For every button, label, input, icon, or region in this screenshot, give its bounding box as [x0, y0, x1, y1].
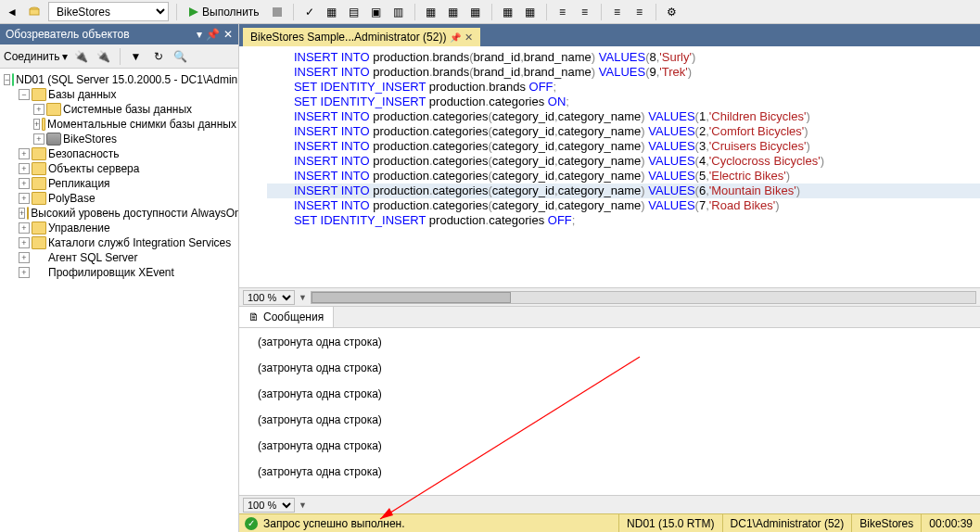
tree-server-objects[interactable]: +Объекты сервера — [2, 161, 236, 176]
status-user: DC1\Administrator (52) — [722, 514, 852, 532]
messages-tab[interactable]: 🗎 Сообщения — [239, 307, 334, 327]
dropdown-icon[interactable]: ▾ — [197, 28, 202, 41]
pin-icon[interactable]: 📌 — [450, 32, 461, 43]
outline-icon[interactable]: ▤ — [346, 4, 363, 20]
pin-icon[interactable]: 📌 — [206, 28, 220, 41]
tree-snapshots[interactable]: +Моментальные снимки базы данных — [2, 117, 236, 132]
main-toolbar: ◄ BikeStores Выполнить ✓ ▦ ▤ ▣ ▥ ▦ ▦ ▦ ▦… — [0, 0, 980, 24]
misc-icon[interactable]: ⚙ — [664, 4, 681, 20]
explorer-title-bar: Обозреватель объектов ▾ 📌 ✕ — [0, 24, 238, 44]
editor-area: BikeStores Sample...Administrator (52)) … — [239, 24, 980, 532]
status-bar: ✓ Запрос успешно выполнен. ND01 (15.0 RT… — [239, 513, 980, 532]
messages-panel[interactable]: (затронута одна строка)(затронута одна с… — [239, 328, 980, 495]
tree-xevent[interactable]: +Профилировщик XEvent — [2, 265, 236, 280]
message-row: (затронута одна строка) — [258, 361, 961, 374]
success-icon: ✓ — [245, 517, 258, 530]
tree-polybase[interactable]: +PolyBase — [2, 191, 236, 206]
editor-tab[interactable]: BikeStores Sample...Administrator (52)) … — [243, 28, 480, 46]
status-message: Запрос успешно выполнен. — [263, 517, 405, 530]
zoom-bar: 100 % ▼ — [239, 287, 980, 306]
tool3-icon[interactable]: ▦ — [467, 4, 484, 20]
filter-icon[interactable]: ▼ — [128, 48, 145, 65]
db-icon[interactable] — [26, 4, 43, 20]
uncomment-icon[interactable]: ≡ — [631, 4, 648, 20]
tree-always-on[interactable]: +Высокий уровень доступности AlwaysOn — [2, 206, 236, 221]
tree-root[interactable]: −ND01 (SQL Server 15.0.2000.5 - DC1\Admi… — [2, 72, 236, 87]
database-selector[interactable]: BikeStores — [48, 2, 169, 21]
connect-button[interactable]: Соединить ▾ — [4, 50, 68, 63]
svg-marker-2 — [189, 7, 198, 17]
tree[interactable]: −ND01 (SQL Server 15.0.2000.5 - DC1\Admi… — [0, 69, 238, 532]
zoom-bar-2: 100 % ▼ — [239, 495, 980, 513]
message-row: (затронута одна строка) — [258, 439, 961, 452]
explorer-toolbar: Соединить ▾ 🔌 🔌 ▼ ↻ 🔍 — [0, 44, 238, 69]
tool5-icon[interactable]: ▦ — [522, 4, 539, 20]
tree-databases[interactable]: −Базы данных — [2, 87, 236, 102]
close-icon[interactable]: ✕ — [223, 28, 233, 41]
messages-tabbar: 🗎 Сообщения — [239, 306, 980, 328]
horizontal-scrollbar[interactable] — [311, 291, 976, 304]
connect-icon[interactable]: 🔌 — [73, 48, 90, 65]
tool4-icon[interactable]: ▦ — [500, 4, 516, 20]
editor-tabbar: BikeStores Sample...Administrator (52)) … — [239, 24, 980, 46]
close-icon[interactable]: ✕ — [465, 32, 473, 44]
object-explorer: Обозреватель объектов ▾ 📌 ✕ Соединить ▾ … — [0, 24, 239, 532]
tree-system-db[interactable]: +Системные базы данных — [2, 102, 236, 117]
tree-bikestores[interactable]: +BikeStores — [2, 132, 236, 146]
tree-security[interactable]: +Безопасность — [2, 146, 236, 161]
messages-icon: 🗎 — [248, 310, 260, 323]
svg-rect-3 — [273, 7, 282, 17]
tree-integration[interactable]: +Каталоги служб Integration Services — [2, 235, 236, 250]
status-time: 00:00:39 — [921, 514, 980, 532]
check-icon[interactable]: ✓ — [301, 4, 318, 20]
zoom-select-2[interactable]: 100 % — [243, 498, 295, 513]
status-database: BikeStores — [851, 514, 921, 532]
indent-icon[interactable]: ≡ — [554, 4, 571, 20]
tree-agent[interactable]: +Агент SQL Server — [2, 250, 236, 265]
comment-icon[interactable]: ≡ — [609, 4, 626, 20]
message-row: (затронута одна строка) — [258, 465, 961, 478]
tree-replication[interactable]: +Репликация — [2, 176, 236, 191]
disconnect-icon[interactable]: 🔌 — [95, 48, 112, 65]
search-icon[interactable]: 🔍 — [172, 48, 189, 65]
explorer-title: Обозреватель объектов — [6, 28, 130, 41]
message-row: (затронута одна строка) — [258, 336, 961, 348]
stats-icon[interactable]: ▥ — [390, 4, 407, 20]
status-server: ND01 (15.0 RTM) — [618, 514, 721, 532]
play-icon — [188, 6, 199, 18]
zoom-select[interactable]: 100 % — [243, 290, 295, 305]
chevron-down-icon: ▼ — [299, 293, 307, 302]
plan-icon[interactable]: ▣ — [368, 4, 385, 20]
tool2-icon[interactable]: ▦ — [445, 4, 462, 20]
tab-title: BikeStores Sample...Administrator (52)) — [250, 31, 446, 44]
message-row: (затронута одна строка) — [258, 387, 961, 400]
svg-rect-1 — [30, 9, 39, 15]
sql-editor[interactable]: INSERT INTO production.brands(brand_id,b… — [239, 46, 980, 287]
stop-icon[interactable] — [269, 4, 286, 20]
message-row: (затронута одна строка) — [258, 413, 961, 426]
back-icon[interactable]: ◄ — [4, 4, 20, 20]
outdent-icon[interactable]: ≡ — [577, 4, 593, 20]
refresh-icon[interactable]: ↻ — [150, 48, 167, 65]
execute-button[interactable]: Выполнить — [185, 5, 263, 19]
tree-management[interactable]: +Управление — [2, 221, 236, 235]
tool1-icon[interactable]: ▦ — [423, 4, 439, 20]
chevron-down-icon: ▼ — [299, 500, 307, 510]
grid-icon[interactable]: ▦ — [324, 4, 340, 20]
